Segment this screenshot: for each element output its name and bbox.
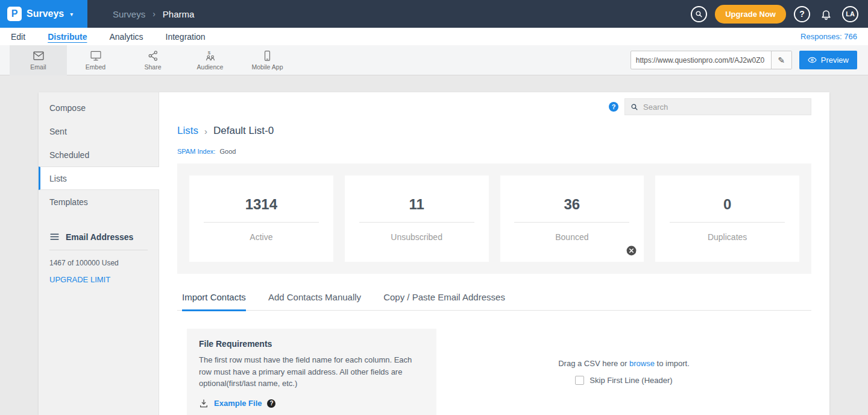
example-file-link[interactable]: Example File [214, 399, 262, 408]
topbar-actions: Upgrade Now ? LA [691, 5, 868, 24]
contact-search-input[interactable] [643, 103, 805, 112]
email-icon [32, 50, 45, 62]
stat-value: 1314 [204, 196, 319, 223]
toolbar-item-audience[interactable]: $ Audience [181, 45, 239, 75]
skip-first-line-row: Skip First Line (Header) [575, 376, 672, 385]
import-contacts-panel: File Requirements The first row must hav… [177, 329, 811, 415]
spam-index-value: Good [219, 148, 236, 155]
lists-breadcrumb-link[interactable]: Lists [177, 125, 198, 137]
tab-copy-paste-email-addresses[interactable]: Copy / Paste Email Addresses [383, 292, 505, 310]
search-icon [631, 103, 638, 111]
stat-value: 36 [514, 196, 629, 223]
svg-text:$: $ [207, 50, 210, 55]
email-addresses-header: Email Addresses [49, 232, 148, 250]
tab-integration[interactable]: Integration [166, 32, 206, 42]
file-requirements-title: File Requirements [199, 339, 424, 349]
tab-edit[interactable]: Edit [11, 32, 25, 42]
toolbar-item-label: Mobile App [252, 63, 283, 71]
share-icon [147, 50, 159, 62]
breadcrumb-surveys-link[interactable]: Surveys [113, 9, 145, 19]
email-sidebar: Compose Sent Scheduled Lists Templates E… [39, 92, 159, 415]
breadcrumb-current-survey: Pharma [163, 9, 195, 19]
preview-label: Preview [821, 55, 849, 65]
notifications-bell-icon[interactable] [818, 6, 834, 22]
product-name: Surveys [27, 8, 64, 19]
skip-first-line-checkbox[interactable] [575, 376, 584, 385]
sidebar-item-sent[interactable]: Sent [39, 119, 159, 143]
sidebar-item-templates[interactable]: Templates [39, 190, 159, 214]
stat-card-duplicates: 0 Duplicates [655, 176, 799, 262]
tab-add-contacts-manually[interactable]: Add Contacts Manually [268, 292, 361, 310]
stat-label: Duplicates [708, 232, 747, 242]
stat-card-active: 1314 Active [189, 176, 333, 262]
skip-first-line-label: Skip First Line (Header) [590, 376, 672, 385]
toolbar-item-embed[interactable]: Embed [67, 45, 124, 75]
search-icon[interactable] [691, 6, 707, 22]
drag-prefix: Drag a CSV here or [558, 359, 627, 368]
content-area: Compose Sent Scheduled Lists Templates E… [0, 76, 868, 415]
browse-link[interactable]: browse [629, 359, 655, 368]
mobile-app-icon [262, 50, 273, 62]
address-usage-text: 1467 of 100000 Used [49, 259, 148, 267]
sidebar-item-compose[interactable]: Compose [39, 96, 159, 119]
user-avatar[interactable]: LA [842, 6, 858, 22]
list-search-row: ? [177, 98, 811, 115]
responses-count[interactable]: Responses: 766 [800, 32, 857, 41]
embed-icon [89, 50, 102, 62]
toolbar-item-share[interactable]: Share [124, 45, 181, 75]
stat-label: Bounced [555, 232, 588, 242]
email-addresses-title: Email Addresses [66, 232, 133, 242]
toolbar-item-label: Email [30, 63, 46, 71]
stat-card-unsubscribed: 11 Unsubscribed [345, 176, 489, 262]
edit-url-pencil-icon[interactable]: ✎ [771, 51, 791, 69]
example-file-help-icon[interactable]: ? [267, 399, 275, 408]
questionpro-logo-icon: P [7, 7, 22, 21]
tab-import-contacts[interactable]: Import Contacts [182, 292, 246, 311]
chevron-right-icon: › [204, 126, 207, 136]
toolbar-item-label: Share [144, 63, 161, 71]
tab-analytics[interactable]: Analytics [109, 32, 143, 42]
drag-suffix: to import. [657, 359, 690, 368]
audience-icon: $ [204, 50, 217, 62]
contact-tabs: Import Contacts Add Contacts Manually Co… [177, 292, 811, 311]
chevron-down-icon: ▾ [70, 11, 73, 17]
toolbar-item-mobile-app[interactable]: Mobile App [239, 45, 296, 75]
stat-label: Active [250, 232, 272, 242]
product-switcher[interactable]: P Surveys ▾ [0, 0, 87, 28]
survey-url-field: ✎ [631, 51, 792, 69]
sidebar-item-scheduled[interactable]: Scheduled [39, 143, 159, 166]
help-icon[interactable]: ? [794, 6, 810, 22]
remove-bounced-icon[interactable] [626, 245, 637, 256]
sidebar-item-lists[interactable]: Lists [39, 166, 159, 190]
toolbar-item-label: Embed [86, 63, 105, 71]
list-breadcrumb: Lists › Default List-0 [177, 125, 811, 137]
breadcrumb: Surveys › Pharma [113, 9, 194, 19]
list-detail-panel: ? Lists › Default List-0 SPAM Index: Goo… [159, 92, 829, 415]
upgrade-now-button[interactable]: Upgrade Now [715, 5, 786, 24]
toolbar-right: ✎ Preview [631, 51, 868, 69]
eye-icon [808, 55, 817, 65]
stat-label: Unsubscribed [391, 232, 442, 242]
toolbar-item-label: Audience [197, 63, 224, 71]
list-stats: 1314 Active 11 Unsubscribed 36 Bounced 0… [177, 163, 811, 274]
list-icon [49, 232, 60, 242]
stat-card-bounced: 36 Bounced [500, 176, 644, 262]
top-bar: P Surveys ▾ Surveys › Pharma Upgrade Now… [0, 0, 868, 28]
email-addresses-section: Email Addresses 1467 of 100000 Used UPGR… [39, 232, 159, 285]
drag-csv-text: Drag a CSV here or browse to import. [558, 359, 690, 368]
chevron-right-icon: › [153, 9, 156, 19]
list-help-icon[interactable]: ? [609, 102, 618, 112]
lists-card: Compose Sent Scheduled Lists Templates E… [39, 92, 829, 415]
csv-drop-zone[interactable]: Drag a CSV here or browse to import. Ski… [436, 329, 811, 415]
example-file-row: Example File ? [199, 399, 424, 408]
survey-url-input[interactable] [631, 51, 771, 69]
upgrade-limit-link[interactable]: UPGRADE LIMIT [49, 275, 110, 284]
stat-value: 0 [670, 196, 785, 223]
preview-button[interactable]: Preview [799, 51, 857, 69]
distribute-toolbar: Email Embed Share $ Audience Mobile App … [0, 45, 868, 75]
tab-distribute[interactable]: Distribute [48, 32, 87, 42]
current-list-name: Default List-0 [213, 125, 274, 137]
toolbar-item-email[interactable]: Email [10, 45, 67, 75]
file-requirements-body: The first row must have the field name f… [199, 354, 424, 390]
download-icon [199, 399, 209, 408]
